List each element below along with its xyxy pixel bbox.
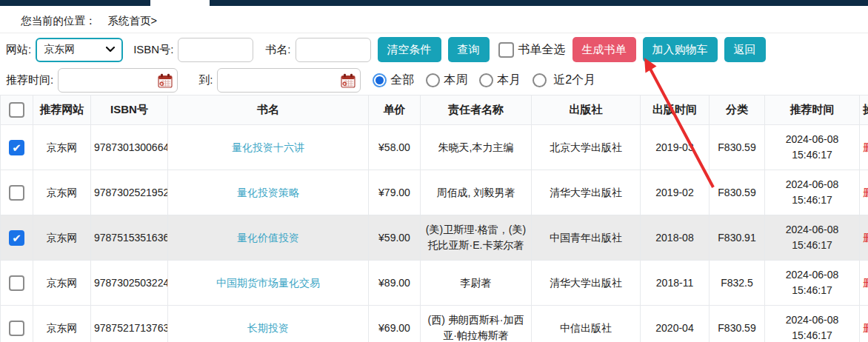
add-to-cart-button[interactable]: 加入购物车 bbox=[643, 37, 718, 62]
cell-publisher: 中信出版社 bbox=[532, 306, 641, 342]
breadcrumb: 您当前的位置：系统首页> bbox=[21, 14, 157, 28]
book-name-input[interactable] bbox=[296, 38, 371, 62]
delete-link[interactable]: 删除 bbox=[863, 277, 868, 289]
table-row: ✔ 京东网 9787302503224 中国期货市场量化交易 ¥89.00 李尉… bbox=[1, 261, 868, 306]
radio-this-week-circle[interactable] bbox=[426, 73, 440, 87]
cell-pubdate: 2020-04 bbox=[641, 306, 710, 342]
top-nav-bar bbox=[0, 0, 868, 6]
radio-last-2-months[interactable]: 近2个月 bbox=[533, 73, 595, 88]
book-title-link[interactable]: 中国期货市场量化交易 bbox=[216, 277, 320, 289]
col-header-recdate: 推荐时间 bbox=[765, 95, 860, 125]
cell-isbn: 9787302503224 bbox=[91, 261, 168, 306]
delete-link[interactable]: 删除 bbox=[863, 322, 868, 334]
table-row: ✔ 京东网 9787302521952 量化投资策略 ¥79.00 周佰成, 刘… bbox=[1, 170, 868, 215]
book-name-label: 书名: bbox=[265, 43, 290, 57]
radio-this-month[interactable]: 本月 bbox=[479, 73, 521, 88]
query-button[interactable]: 查询 bbox=[448, 37, 490, 62]
cell-category: F830.59 bbox=[710, 306, 765, 342]
filter-row-2: 推荐时间: 到: 全部 bbox=[6, 68, 595, 93]
chevron-down-icon bbox=[106, 47, 115, 53]
row-checkbox[interactable]: ✔ bbox=[9, 140, 24, 155]
isbn-label: ISBN号: bbox=[133, 43, 173, 57]
cell-isbn: 9787302521952 bbox=[91, 170, 168, 215]
clear-conditions-button[interactable]: 清空条件 bbox=[378, 37, 441, 62]
cell-price: ¥79.00 bbox=[369, 170, 421, 215]
cell-publisher: 中国青年出版社 bbox=[532, 215, 641, 261]
cell-price: ¥89.00 bbox=[369, 261, 421, 306]
calendar-icon[interactable] bbox=[158, 73, 173, 88]
cell-pubdate: 2018-08 bbox=[641, 215, 710, 261]
isbn-input[interactable] bbox=[178, 38, 253, 62]
table-row: ✔ 京东网 9787301300664 量化投资十六讲 ¥58.00 朱晓天,本… bbox=[1, 125, 868, 170]
col-header-authors: 责任者名称 bbox=[421, 95, 532, 125]
section-divider bbox=[0, 33, 868, 33]
row-checkbox[interactable]: ✔ bbox=[9, 185, 24, 201]
table-row: ✔ 京东网 9787515351636 量化价值投资 ¥59.00 (美)卫斯理… bbox=[1, 215, 868, 261]
cell-authors: 朱晓天,本力主编 bbox=[421, 125, 532, 170]
breadcrumb-prefix: 您当前的位置： bbox=[21, 15, 96, 27]
date-to-input[interactable] bbox=[217, 68, 361, 93]
cell-site: 京东网 bbox=[33, 125, 91, 170]
row-checkbox[interactable]: ✔ bbox=[9, 230, 24, 246]
book-title-link[interactable]: 量化投资十六讲 bbox=[232, 141, 304, 153]
radio-this-month-label: 本月 bbox=[497, 73, 521, 88]
cell-site: 京东网 bbox=[33, 215, 91, 261]
site-select[interactable]: 京东网 bbox=[36, 38, 123, 62]
book-list-page: 您当前的位置：系统首页> 网站: 京东网 ISBN号: 书名: 清空条件 查询 … bbox=[0, 0, 868, 342]
radio-this-week[interactable]: 本周 bbox=[426, 73, 467, 88]
select-all-label: 书单全选 bbox=[518, 42, 566, 58]
generate-booklist-button[interactable]: 生成书单 bbox=[572, 37, 636, 62]
cell-authors: 周佰成, 刘毅男著 bbox=[421, 170, 532, 215]
date-from-input[interactable] bbox=[58, 68, 178, 93]
row-checkbox[interactable]: ✔ bbox=[9, 275, 24, 291]
cell-category: F830.59 bbox=[710, 125, 765, 170]
radio-all-circle[interactable] bbox=[373, 73, 387, 87]
col-header-title: 书名 bbox=[168, 95, 369, 125]
radio-this-month-circle[interactable] bbox=[479, 73, 493, 87]
row-checkbox[interactable]: ✔ bbox=[9, 321, 24, 336]
radio-all[interactable]: 全部 bbox=[373, 73, 414, 88]
book-title-link[interactable]: 量化价值投资 bbox=[237, 232, 299, 244]
cell-publisher: 清华大学出版社 bbox=[532, 261, 641, 306]
site-select-value: 京东网 bbox=[44, 43, 75, 56]
check-icon: ✔ bbox=[12, 232, 21, 244]
cell-category: F832.5 bbox=[710, 261, 765, 306]
cell-authors: 李尉著 bbox=[421, 261, 532, 306]
cell-isbn: 9787521713763 bbox=[91, 306, 168, 342]
col-header-publisher: 出版社 bbox=[532, 95, 641, 125]
col-header-category: 分类 bbox=[710, 95, 765, 125]
calendar-icon[interactable] bbox=[341, 73, 355, 88]
cell-recdate: 2024-06-0815:46:17 bbox=[765, 306, 860, 342]
header-checkbox[interactable]: ✔ bbox=[9, 102, 24, 118]
col-header-pubdate: 出版时间 bbox=[641, 95, 710, 125]
cell-price: ¥59.00 bbox=[369, 215, 421, 261]
cell-price: ¥58.00 bbox=[369, 125, 421, 170]
check-icon: ✔ bbox=[12, 142, 21, 153]
delete-link[interactable]: 删除 bbox=[863, 232, 868, 244]
cell-authors: (美)卫斯理·格雷，(美)托比亚斯·E.卡莱尔著 bbox=[421, 215, 532, 261]
select-all-checkbox[interactable]: ✔ bbox=[498, 42, 514, 58]
breadcrumb-current[interactable]: 系统首页> bbox=[108, 15, 157, 27]
back-button[interactable]: 返回 bbox=[724, 37, 766, 62]
col-header-action: 操作 bbox=[860, 95, 868, 125]
book-table: ✔ 推荐网站 ISBN号 书名 单价 责任者名称 出版社 出版时间 分类 推荐时… bbox=[0, 95, 868, 342]
cell-pubdate: 2018-11 bbox=[641, 261, 710, 306]
cell-category: F830.59 bbox=[710, 170, 765, 215]
cell-publisher: 北京大学出版社 bbox=[532, 125, 641, 170]
to-label: 到: bbox=[198, 73, 213, 87]
radio-dot-icon bbox=[375, 76, 384, 84]
table-header-row: ✔ 推荐网站 ISBN号 书名 单价 责任者名称 出版社 出版时间 分类 推荐时… bbox=[1, 95, 868, 125]
delete-link[interactable]: 删除 bbox=[863, 141, 868, 153]
time-range-radio-group: 全部 本周 本月 近2个月 bbox=[373, 73, 595, 88]
delete-link[interactable]: 删除 bbox=[863, 187, 868, 198]
top-nav-active-tab bbox=[150, 0, 210, 6]
book-title-link[interactable]: 量化投资策略 bbox=[237, 187, 299, 198]
book-title-link[interactable]: 长期投资 bbox=[247, 322, 289, 334]
cell-site: 京东网 bbox=[33, 306, 91, 342]
cell-recdate: 2024-06-0815:46:17 bbox=[765, 170, 860, 215]
cell-price: ¥69.00 bbox=[369, 306, 421, 342]
recommend-time-label: 推荐时间: bbox=[6, 73, 53, 87]
radio-last-2-months-label: 近2个月 bbox=[553, 73, 595, 88]
radio-last-2-months-circle[interactable] bbox=[533, 73, 547, 87]
cell-authors: (西) 弗朗西斯科·加西亚·帕拉梅斯著 bbox=[421, 306, 532, 342]
